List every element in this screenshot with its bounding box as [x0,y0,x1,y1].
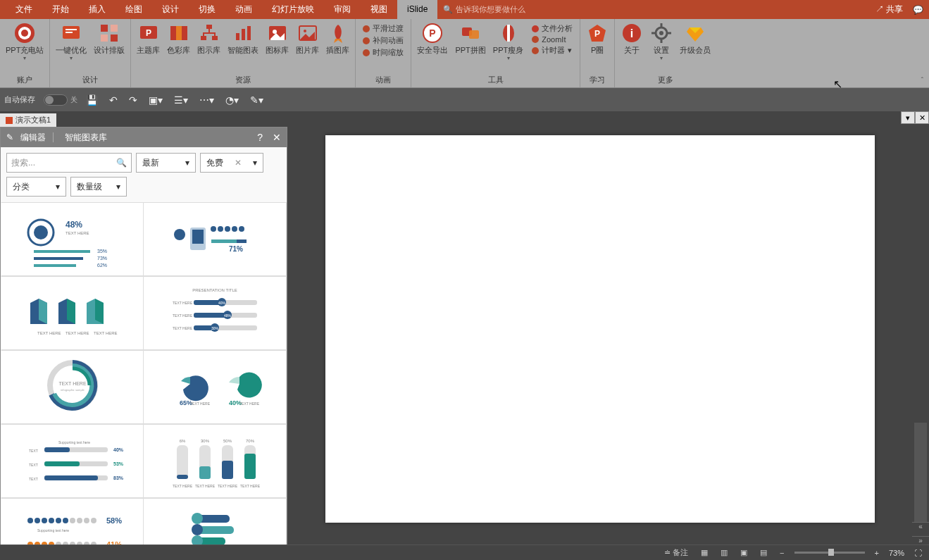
restore-window-icon[interactable]: ▾ [901,111,915,124]
chart-thumb[interactable]: 58%Supporting text here41%Supporting tex… [1,498,144,549]
clip-lib-button[interactable]: 插图库 [325,22,351,55]
settings-button[interactable]: 设置▾ [649,22,674,61]
autosave-label: 自动保存 [4,94,35,105]
zoomit-button[interactable]: ZoomIt [532,35,573,44]
close-panel-icon[interactable]: ✕ [273,132,281,143]
slide-canvas-area[interactable] [287,127,912,550]
theme-lib-button[interactable]: P主题库 [135,22,161,55]
save-icon[interactable]: 💾 [83,94,101,106]
svg-rect-113 [222,461,233,479]
image-lib-button[interactable]: 图片库 [294,22,320,55]
svg-point-119 [27,518,33,523]
tween-anim-button[interactable]: 补间动画 [363,35,404,46]
svg-rect-7 [111,25,118,32]
tab-animation[interactable]: 动画 [225,0,262,19]
svg-text:TEXT: TEXT [29,449,38,453]
collapse-ribbon-button[interactable]: ˆ [921,77,923,85]
tab-design[interactable]: 设计 [152,0,189,19]
svg-text:TEXT HERE: TEXT HERE [37,331,61,335]
tab-review[interactable]: 审阅 [324,0,361,19]
prev-slide-icon[interactable]: « [912,522,929,536]
tell-me[interactable]: 🔍 告诉我你想要做什么 [437,4,525,15]
optimize-button[interactable]: 一键优化▾ [54,22,88,61]
zoom-level[interactable]: 73% [889,549,904,557]
category-select[interactable]: 分类▾ [6,177,66,197]
tab-draw[interactable]: 绘图 [116,0,152,19]
svg-point-123 [56,518,61,523]
comments-icon[interactable]: 💬 [913,5,923,15]
color-lib-button[interactable]: 色彩库 [166,22,192,55]
zoom-slider[interactable] [794,552,865,554]
pen-qat-icon[interactable]: ✎▾ [247,94,266,106]
tab-islide[interactable]: iSlide [397,0,437,19]
svg-point-125 [70,518,75,523]
chart-thumb[interactable]: 71% [144,202,287,276]
scale-select[interactable]: 数量级▾ [70,177,127,197]
chart-thumb[interactable]: Supporting text hereTEXT40%TEXT53%TEXT83… [1,424,144,498]
file-analyze-button[interactable]: 文件分析 [532,23,573,34]
vertical-scrollbar[interactable]: « » [912,127,929,550]
smooth-transition-button[interactable]: 平滑过渡 [363,23,404,34]
smart-chart-button[interactable]: 智能图表 [226,22,260,55]
chart-thumb[interactable]: 48%TEXT HERE35%73%62% [1,202,144,276]
notes-button[interactable]: ≐ 备注 [661,547,691,558]
close-window-icon[interactable]: ✕ [915,111,929,124]
slide[interactable] [325,135,875,523]
timer-button[interactable]: 计时器 ▾ [532,45,573,56]
svg-text:30%: 30% [201,439,210,443]
pcircle-button[interactable]: PP圈 [585,22,610,55]
scrollbar-thumb[interactable] [914,423,927,522]
chart-thumb[interactable] [144,498,287,549]
redo-icon[interactable]: ↷ [126,94,140,106]
tab-home[interactable]: 开始 [42,0,79,19]
more-qat-icon[interactable]: ⋯▾ [197,94,217,106]
tab-view[interactable]: 视图 [361,0,397,19]
layout-button[interactable]: 设计排版 [92,22,126,61]
tab-slideshow[interactable]: 幻灯片放映 [262,0,324,19]
sorter-view-icon[interactable]: ▥ [718,548,730,557]
zoom-in-icon[interactable]: + [872,549,882,557]
chart-thumb[interactable]: 6%TEXT HERE30%TEXT HERE50%TEXT HERE70%TE… [144,424,287,498]
tab-file[interactable]: 文件 [6,0,42,19]
diagram-lib-button[interactable]: 图示库 [196,22,222,55]
start-from-begin-icon[interactable]: ▣▾ [146,94,166,106]
normal-view-icon[interactable]: ▦ [698,548,711,557]
time-scale-button[interactable]: 时间缩放 [363,47,404,58]
safe-export-button[interactable]: P安全导出 [416,22,449,61]
image-red-icon [266,22,289,44]
about-button[interactable]: i关于 [619,22,644,61]
tab-insert[interactable]: 插入 [79,0,116,19]
svg-text:53%: 53% [113,461,124,466]
ppt-slim-button[interactable]: PPT瘦身▾ [492,22,525,61]
ribbon-group-account: PPT充电站▾ 账户 [0,19,50,87]
svg-rect-17 [212,36,218,40]
price-select[interactable]: 免费✕▾ [200,153,263,173]
chart-thumb[interactable]: TEXT HERETEXT HERETEXT HERE [1,276,144,350]
clear-icon[interactable]: ✕ [235,158,242,168]
ribbon: PPT充电站▾ 账户 一键优化▾ 设计排版 设计 P主题库 色彩库 图示库 智能… [0,19,929,88]
fit-window-icon[interactable]: ⛶ [911,549,925,557]
svg-text:TEXT HERE: TEXT HERE [173,301,193,305]
chart-thumb[interactable]: TEXT HEREinfographic sample [1,350,144,424]
slideshow-view-icon[interactable]: ▤ [757,548,770,557]
vip-button[interactable]: 升级会员 [678,22,712,61]
chart-thumb[interactable]: PRESENTATION TITLETEXT HERE40%TEXT HERE4… [144,276,287,350]
quick-access-toolbar: 自动保存 关 💾 ↶ ↷ ▣▾ ☰▾ ⋯▾ ◔▾ ✎▾ [0,88,929,111]
tab-transition[interactable]: 切换 [189,0,225,19]
sort-select[interactable]: 最新▾ [136,153,196,173]
zoom-out-icon[interactable]: − [777,549,787,557]
search-input[interactable]: 搜索... 🔍 [6,153,132,173]
help-icon[interactable]: ? [257,132,263,143]
chart-thumb[interactable]: 65%TEXT HERE40%TEXT HERE [144,350,287,424]
touch-mode-icon[interactable]: ☰▾ [171,94,191,106]
svg-text:PRESENTATION TITLE: PRESENTATION TITLE [192,288,237,292]
icon-lib-button[interactable]: 图标库 [264,22,290,55]
document-tab[interactable]: 演示文稿1 [0,113,56,127]
shape-qat-icon[interactable]: ◔▾ [223,94,242,106]
share-button[interactable]: ↗ 共享 [875,4,903,15]
undo-icon[interactable]: ↶ [106,94,120,106]
autosave-toggle[interactable] [44,94,68,106]
ppt-station-button[interactable]: PPT充电站▾ [4,22,45,61]
reading-view-icon[interactable]: ▣ [737,548,750,557]
ppt-merge-button[interactable]: PPT拼图 [454,22,487,61]
